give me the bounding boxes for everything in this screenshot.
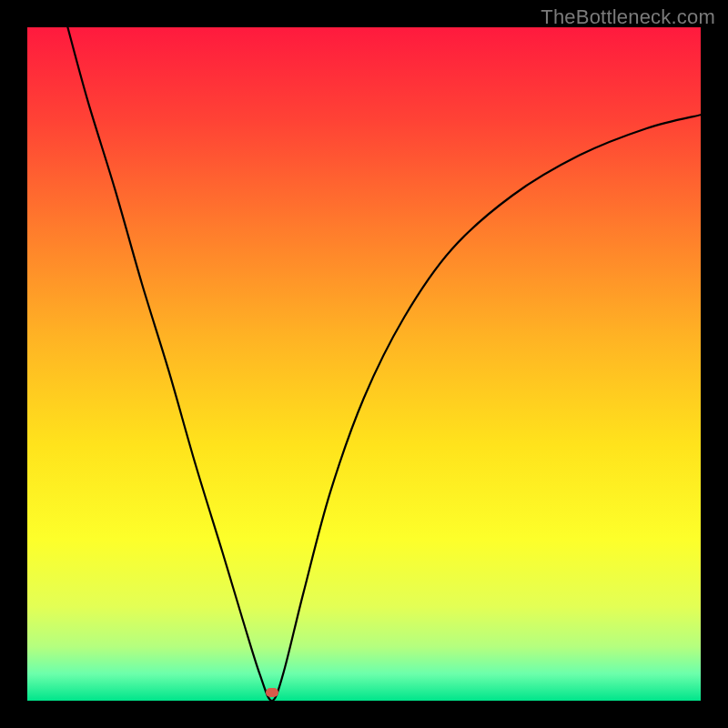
- plot-area: [27, 27, 701, 701]
- chart-frame: TheBottleneck.com: [0, 0, 728, 728]
- curve-layer: [27, 27, 701, 701]
- bottleneck-curve: [67, 27, 701, 701]
- watermark-text: TheBottleneck.com: [541, 5, 715, 29]
- minimum-marker: [266, 688, 278, 697]
